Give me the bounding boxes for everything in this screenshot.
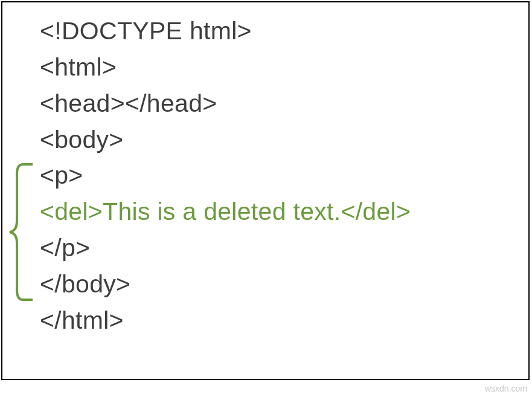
code-frame: <!DOCTYPE html> <html> <head></head> <bo…: [1, 1, 530, 380]
code-line-1: <!DOCTYPE html>: [40, 13, 522, 50]
code-line-2: <html>: [40, 50, 522, 86]
watermark: wsxdn.com: [485, 384, 527, 393]
code-line-3: <head></head>: [40, 86, 522, 122]
code-line-6-highlighted: <del>This is a deleted text.</del>: [40, 194, 522, 230]
code-line-9: </html>: [40, 303, 522, 339]
code-line-7: </p>: [40, 230, 522, 266]
highlight-bracket: [6, 163, 34, 301]
code-line-8: </body>: [40, 266, 522, 303]
code-line-5: <p>: [40, 158, 522, 194]
code-line-4: <body>: [40, 122, 522, 158]
